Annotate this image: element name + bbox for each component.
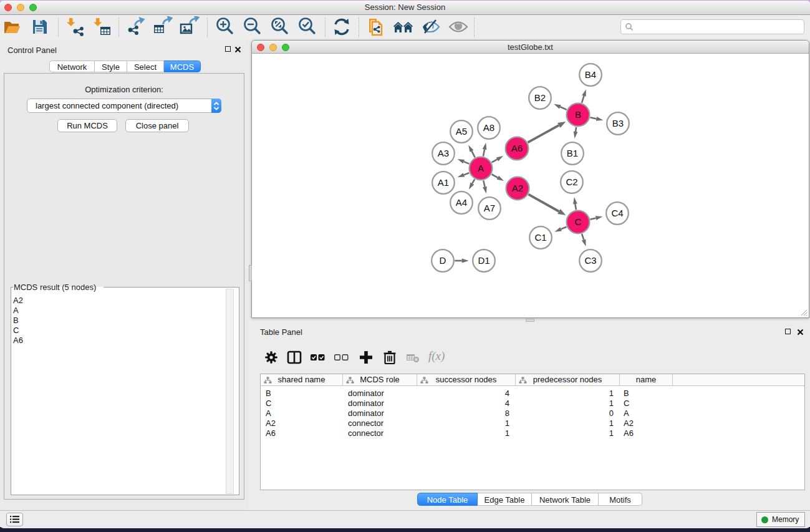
svg-text:D1: D1 — [478, 255, 489, 266]
svg-text:A2: A2 — [512, 183, 523, 193]
svg-text:C: C — [575, 216, 582, 227]
svg-text:A: A — [478, 163, 484, 173]
svg-text:B4: B4 — [585, 69, 596, 80]
svg-text:A3: A3 — [438, 148, 449, 158]
svg-text:D: D — [440, 255, 446, 266]
svg-text:A4: A4 — [456, 197, 467, 208]
svg-text:C3: C3 — [584, 255, 596, 266]
svg-text:B1: B1 — [567, 148, 578, 158]
svg-text:C2: C2 — [566, 177, 577, 187]
svg-text:A1: A1 — [438, 177, 449, 188]
svg-text:C4: C4 — [611, 208, 623, 218]
svg-text:B2: B2 — [534, 92, 546, 103]
svg-text:A6: A6 — [511, 143, 523, 153]
svg-text:A7: A7 — [484, 203, 495, 213]
svg-text:B: B — [575, 109, 581, 120]
svg-text:A5: A5 — [456, 126, 467, 137]
svg-text:B3: B3 — [612, 118, 624, 128]
svg-text:A8: A8 — [483, 122, 494, 133]
svg-text:C1: C1 — [534, 232, 546, 243]
